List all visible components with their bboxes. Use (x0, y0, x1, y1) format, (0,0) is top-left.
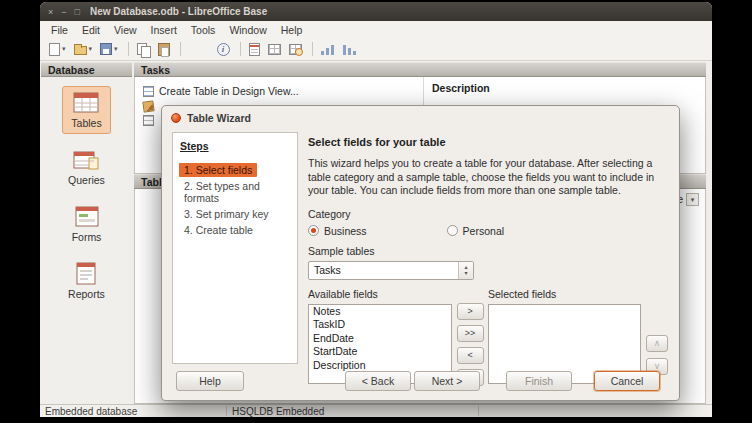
step-create-table[interactable]: 4. Create table (179, 223, 258, 237)
info-button[interactable]: i (214, 41, 233, 58)
menu-insert[interactable]: Insert (144, 24, 184, 36)
step-set-types[interactable]: 2. Set types and formats (179, 179, 291, 205)
task-create-table-design-view[interactable]: Create Table in Design View... (143, 85, 299, 97)
base-app-icon (171, 113, 181, 123)
design-view-icon (143, 86, 154, 97)
screen: × − □ New Database.odb - LibreOffice Bas… (0, 0, 752, 423)
task-item-label: Create Table in Design View... (159, 85, 299, 97)
menu-help[interactable]: Help (274, 24, 310, 36)
move-all-right-button[interactable]: >> (457, 325, 484, 342)
steps-panel: Steps 1. Select fields 2. Set types and … (172, 132, 298, 364)
description-header: Description (424, 77, 705, 99)
new-document-icon (49, 43, 60, 56)
minimize-icon[interactable]: − (61, 7, 66, 17)
title-bar: × − □ New Database.odb - LibreOffice Bas… (40, 2, 712, 21)
back-button[interactable]: < Back (345, 371, 411, 391)
tasks-header: Tasks (134, 62, 706, 77)
page-title: Select fields for your table (308, 136, 668, 148)
paste-icon (158, 43, 170, 56)
sidebar-item-reports[interactable]: Reports (59, 257, 114, 305)
step-primary-key[interactable]: 3. Set primary key (179, 207, 274, 221)
menu-view[interactable]: View (107, 24, 144, 36)
save-icon (100, 43, 112, 55)
new-query-button[interactable] (286, 42, 305, 57)
sidebar-header: Database (41, 62, 132, 77)
query-icon (289, 44, 302, 55)
radio-personal[interactable]: Personal (447, 225, 504, 237)
dialog-title-bar[interactable]: Table Wizard (162, 106, 679, 130)
next-button[interactable]: Next > (414, 371, 480, 391)
toolbar-separator (180, 42, 181, 56)
radio-selected-icon (308, 225, 319, 236)
selected-fields-label: Selected fields (488, 288, 641, 301)
sidebar-item-label: Tables (71, 117, 101, 129)
sidebar-item-tables[interactable]: Tables (62, 86, 110, 134)
sample-tables-label: Sample tables (308, 245, 668, 257)
sample-tables-dropdown[interactable]: Tasks ▴▾ (308, 261, 474, 280)
new-document-button[interactable] (46, 41, 69, 58)
category-options: Business Personal (308, 225, 668, 237)
queries-icon (71, 148, 101, 172)
sort-ascending-icon (321, 43, 335, 55)
sidebar-item-label: Forms (72, 231, 102, 243)
paste-button[interactable] (155, 41, 173, 58)
dialog-title: Table Wizard (187, 112, 251, 124)
sidebar-item-forms[interactable]: Forms (63, 200, 111, 248)
move-one-left-button[interactable]: < (457, 347, 484, 364)
sort-ascending-button[interactable] (318, 41, 338, 57)
move-one-right-button[interactable]: > (457, 303, 484, 320)
info-icon: i (217, 43, 230, 56)
list-item[interactable]: Notes (309, 305, 451, 319)
sort-descending-button[interactable] (340, 41, 360, 57)
menu-bar: File Edit View Insert Tools Window Help (40, 21, 712, 38)
radio-unselected-icon (447, 225, 458, 236)
menu-tools[interactable]: Tools (184, 24, 223, 36)
close-icon[interactable]: × (48, 7, 53, 17)
list-item[interactable]: StartDate (309, 345, 451, 359)
main-toolbar: i (40, 38, 712, 61)
toolbar-separator (240, 42, 241, 56)
report-icon (249, 43, 260, 56)
save-button[interactable] (97, 41, 121, 57)
task-item[interactable] (143, 101, 154, 112)
menu-window[interactable]: Window (222, 24, 273, 36)
status-divider (478, 406, 479, 416)
sample-tables-value: Tasks (309, 264, 458, 276)
step-select-fields[interactable]: 1. Select fields (179, 163, 257, 177)
reports-icon (71, 262, 101, 286)
wizard-icon (142, 100, 154, 112)
toolbar-separator (128, 42, 129, 56)
status-bar: Embedded database HSQLDB Embedded (40, 404, 712, 417)
maximize-icon[interactable]: □ (75, 7, 80, 17)
view-icon (143, 115, 154, 126)
steps-header: Steps (173, 133, 297, 161)
radio-business-label: Business (324, 225, 367, 237)
sidebar-item-label: Reports (68, 288, 105, 300)
database-sidebar: Database Tables (41, 62, 132, 404)
move-up-button[interactable]: ∧ (646, 335, 668, 352)
menu-edit[interactable]: Edit (75, 24, 107, 36)
new-report-button[interactable] (246, 41, 263, 58)
sidebar-item-label: Queries (68, 174, 105, 186)
list-item[interactable]: EndDate (309, 332, 451, 346)
help-button[interactable]: Help (176, 371, 244, 391)
radio-personal-label: Personal (463, 225, 504, 237)
status-database-engine: HSQLDB Embedded (227, 405, 477, 418)
wizard-content: Select fields for your table This wizard… (308, 136, 668, 386)
intro-text: This wizard helps you to create a table … (308, 157, 668, 198)
cancel-button[interactable]: Cancel (594, 371, 660, 391)
open-folder-icon (74, 46, 87, 55)
status-database-type: Embedded database (40, 405, 225, 418)
open-button[interactable] (71, 42, 96, 57)
category-label: Category (308, 208, 668, 220)
radio-business[interactable]: Business (308, 225, 367, 237)
finish-button[interactable]: Finish (506, 371, 572, 391)
list-item[interactable]: TaskID (309, 318, 451, 332)
task-item[interactable] (143, 115, 154, 126)
menu-file[interactable]: File (44, 24, 75, 36)
available-fields-label: Available fields (308, 288, 452, 301)
new-table-button[interactable] (265, 42, 284, 57)
toolbar-separator (312, 42, 313, 56)
sidebar-item-queries[interactable]: Queries (59, 143, 114, 191)
copy-button[interactable] (134, 41, 153, 58)
